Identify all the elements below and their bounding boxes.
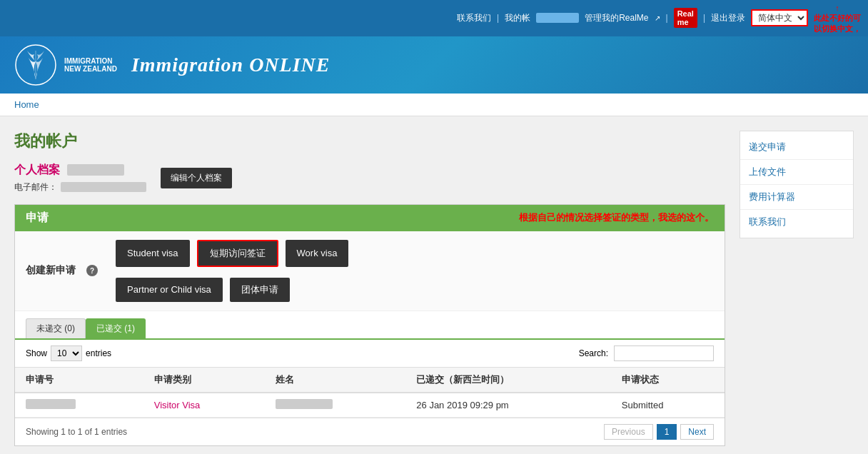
external-link-icon: ↗ <box>655 14 660 22</box>
name-cell <box>265 393 406 418</box>
search-row: Search: <box>579 345 714 361</box>
pagination: Previous 1 Next <box>604 424 714 440</box>
logo-text-block: IMMIGRATION NEW ZEALAND <box>64 57 117 73</box>
table-header: 申请号 申请类别 姓名 已递交（新西兰时间） 申请状态 <box>15 367 725 393</box>
table-footer: Showing 1 to 1 of 1 entries Previous 1 N… <box>15 418 725 445</box>
main-content: 我的帐户 个人档案 电子邮件： 编辑个人档案 申请 根据自己的情况选择签证的类型… <box>14 131 725 446</box>
status-cell: Submitted <box>611 393 725 418</box>
sidebar-item-contact[interactable]: 联系我们 <box>740 210 853 234</box>
tabs-row: 未递交 (0) 已递交 (1) <box>15 311 725 338</box>
create-new-row: 创建新申请 ? Student visa 短期访问签证 Work visa Pa… <box>15 231 725 311</box>
top-bar: 联系我们 | 我的帐 管理我的RealMe ↗ | Realme | 退出登录 … <box>0 0 868 36</box>
language-select[interactable]: 简体中文 <box>751 9 808 26</box>
visitor-visa-link[interactable]: Visitor Visa <box>154 400 201 410</box>
table-controls: Show 10 25 50 entries Search: <box>15 338 725 367</box>
table-row: Visitor Visa 26 Jan 2019 09:29 pm Submit… <box>15 393 725 418</box>
short-term-visa-button[interactable]: 短期访问签证 <box>197 240 278 267</box>
tab-submitted[interactable]: 已递交 (1) <box>86 318 146 338</box>
sidebar-calculator-link[interactable]: 费用计算器 <box>749 191 795 202</box>
profile-left: 个人档案 电子邮件： <box>14 163 146 193</box>
logout-link[interactable]: 退出登录 <box>711 12 745 24</box>
search-label: Search: <box>579 348 608 358</box>
main-layout: 我的帐户 个人档案 电子邮件： 编辑个人档案 申请 根据自己的情况选择签证的类型… <box>0 116 868 454</box>
visa-row-2: Partner or Child visa 团体申请 <box>116 278 348 302</box>
edit-profile-button[interactable]: 编辑个人档案 <box>161 168 232 188</box>
manage-realme-link[interactable]: 管理我的RealMe <box>585 12 648 24</box>
my-account-link[interactable]: 我的帐 <box>505 12 530 24</box>
student-visa-button[interactable]: Student visa <box>116 240 190 267</box>
separator1: | <box>497 13 499 23</box>
help-icon[interactable]: ? <box>86 265 98 276</box>
work-visa-button[interactable]: Work visa <box>286 240 349 267</box>
name-blurred <box>276 399 333 409</box>
email-blurred <box>61 182 146 192</box>
sidebar-submit-link[interactable]: 递交申请 <box>749 141 786 152</box>
contact-link[interactable]: 联系我们 <box>457 12 491 24</box>
page-1-button[interactable]: 1 <box>657 424 677 440</box>
show-label: Show <box>26 348 47 358</box>
table-header-row: 申请号 申请类别 姓名 已递交（新西兰时间） 申请状态 <box>15 367 725 393</box>
language-annotation: ↑此处不好的可以切换中文， <box>814 3 861 34</box>
logo-line1: IMMIGRATION <box>64 57 117 65</box>
fern-logo-icon <box>14 44 57 86</box>
table-body: Visitor Visa 26 Jan 2019 09:29 pm Submit… <box>15 393 725 418</box>
blurred-account <box>536 13 579 23</box>
applications-box: 申请 根据自己的情况选择签证的类型，我选的这个。 创建新申请 ? Student… <box>14 204 725 446</box>
sidebar-item-submit[interactable]: 递交申请 <box>740 135 853 160</box>
applications-table: 申请号 申请类别 姓名 已递交（新西兰时间） 申请状态 Visitor Visa <box>15 367 725 418</box>
app-number-cell <box>15 393 143 418</box>
site-title: Immigration ONLINE <box>131 54 330 76</box>
showing-text: Showing 1 to 1 of 1 entries <box>26 427 127 437</box>
entries-select[interactable]: 10 25 50 <box>51 345 82 361</box>
logo-area: IMMIGRATION NEW ZEALAND <box>14 44 117 86</box>
realme-badge: Realme <box>674 8 697 28</box>
previous-button[interactable]: Previous <box>604 424 653 440</box>
col-name: 姓名 <box>265 367 406 393</box>
app-number-blurred <box>26 399 76 409</box>
visa-row-1: Student visa 短期访问签证 Work visa <box>116 240 348 267</box>
sidebar-item-upload[interactable]: 上传文件 <box>740 160 853 185</box>
entries-label: entries <box>86 348 111 358</box>
col-submitted: 已递交（新西兰时间） <box>405 367 611 393</box>
visa-type-cell: Visitor Visa <box>143 393 265 418</box>
applications-annotation: 根据自己的情况选择签证的类型，我选的这个。 <box>519 211 714 224</box>
partner-child-visa-button[interactable]: Partner or Child visa <box>116 278 223 302</box>
submitted-date-cell: 26 Jan 2019 09:29 pm <box>405 393 611 418</box>
logo-line2: NEW ZEALAND <box>64 65 117 73</box>
show-entries: Show 10 25 50 entries <box>26 345 111 361</box>
separator2: | <box>666 13 668 23</box>
visa-buttons-container: Student visa 短期访问签证 Work visa Partner or… <box>108 240 348 302</box>
tab-not-submitted[interactable]: 未递交 (0) <box>26 318 86 338</box>
applications-title: 申请 <box>26 211 49 226</box>
next-button[interactable]: Next <box>680 424 714 440</box>
profile-email: 电子邮件： <box>14 181 146 193</box>
col-app-number: 申请号 <box>15 367 143 393</box>
separator3: | <box>703 13 705 23</box>
profile-label: 个人档案 <box>14 163 60 178</box>
create-new-label: 创建新申请 <box>26 264 76 277</box>
applications-header: 申请 根据自己的情况选择签证的类型，我选的这个。 <box>15 205 725 231</box>
email-label: 电子邮件： <box>14 181 57 193</box>
col-status: 申请状态 <box>611 367 725 393</box>
sidebar-upload-link[interactable]: 上传文件 <box>749 166 786 177</box>
sidebar-item-calculator[interactable]: 费用计算器 <box>740 185 853 210</box>
home-link[interactable]: Home <box>14 99 39 110</box>
sidebar: 递交申请 上传文件 费用计算器 联系我们 <box>740 131 854 238</box>
profile-section: 个人档案 电子邮件： 编辑个人档案 <box>14 163 725 193</box>
site-header: IMMIGRATION NEW ZEALAND Immigration ONLI… <box>0 36 868 94</box>
profile-name: 个人档案 <box>14 163 146 178</box>
breadcrumb: Home <box>0 94 868 116</box>
page-title: 我的帐户 <box>14 131 725 152</box>
sidebar-contact-link[interactable]: 联系我们 <box>749 216 786 227</box>
col-type: 申请类别 <box>143 367 265 393</box>
search-input[interactable] <box>614 345 714 361</box>
group-application-button[interactable]: 团体申请 <box>230 278 290 302</box>
profile-name-blurred <box>67 164 124 176</box>
